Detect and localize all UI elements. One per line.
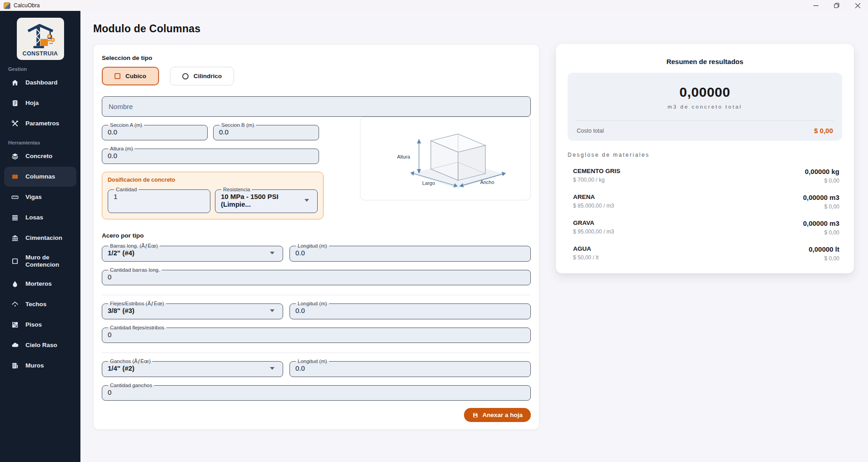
chevron-down-icon xyxy=(270,309,274,312)
sidebar-item-cielo-raso[interactable]: Cielo Raso xyxy=(4,335,76,355)
total-concrete-caption: m3 de concreto total xyxy=(576,104,834,109)
minimize-button[interactable] xyxy=(805,0,826,11)
square-outline-icon xyxy=(10,257,20,266)
app-icon xyxy=(4,2,10,9)
grid-icon xyxy=(10,320,20,329)
journal-icon xyxy=(10,99,20,108)
divider xyxy=(102,353,531,353)
ganchos-cantidad-field[interactable]: Cantidad ganchos xyxy=(102,383,531,401)
sidebar-item-parametros[interactable]: Parametros xyxy=(4,114,76,134)
flejes-longitud-input[interactable] xyxy=(295,306,525,315)
ruler-icon xyxy=(10,193,20,202)
nav-section-herramientas: Herramientas xyxy=(8,140,80,145)
ganchos-cantidad-input[interactable] xyxy=(108,388,525,397)
chevron-down-icon xyxy=(270,367,274,370)
altura-field[interactable]: Altura (m) xyxy=(102,146,319,164)
barras-longitud-input[interactable] xyxy=(295,248,525,258)
seccion-a-field[interactable]: Seccion A (m) xyxy=(102,122,208,140)
sidebar-item-columnas[interactable]: Columnas xyxy=(4,167,76,187)
cantidad-field[interactable]: Cantidad xyxy=(108,187,210,213)
logo-text: CONSTRUIA xyxy=(23,50,58,57)
page-title: Modulo de Columnas xyxy=(93,23,857,35)
type-option-cilindrico[interactable]: Cilindrico xyxy=(170,67,234,85)
ganchos-longitud-field[interactable]: Longitud (m) xyxy=(289,358,531,377)
sidebar-item-morteros[interactable]: Morteros xyxy=(4,274,76,294)
barras-tipo-dropdown[interactable]: Barras long. (ÃƒËœ) 1/2" (#4) xyxy=(102,243,283,262)
seccion-a-input[interactable] xyxy=(108,128,202,137)
sidebar-item-muro-de-contencion[interactable]: Muro de Contencion xyxy=(4,248,76,273)
barras-cantidad-field[interactable]: Cantidad barras long. xyxy=(102,267,531,285)
seccion-b-input[interactable] xyxy=(219,128,313,137)
dosificacion-box: Dosificacion de concreto Cantidad Resist… xyxy=(102,172,324,219)
ganchos-tipo-dropdown[interactable]: Ganchos (ÃƒËœ) 1/4" (#2) xyxy=(102,358,283,377)
column-dimension-diagram: Altura Largo Ancho xyxy=(360,117,531,200)
title-bar: CalcuObra xyxy=(0,0,868,11)
flejes-cantidad-field[interactable]: Cantidad flejes/estribos xyxy=(102,325,531,343)
resistencia-dropdown[interactable]: Resistencia 10 MPa - 1500 PSI (Limpie... xyxy=(215,187,318,213)
window-title: CalcuObra xyxy=(14,2,40,9)
material-row-cemento: CEMENTO GRIS $ 700,00 / kg 0,00000 kg $ … xyxy=(568,168,842,184)
ganchos-longitud-input[interactable] xyxy=(295,364,525,373)
restore-button[interactable] xyxy=(826,0,847,11)
dosificacion-heading: Dosificacion de concreto xyxy=(108,177,318,183)
barras-longitud-field[interactable]: Longitud (m) xyxy=(289,243,531,262)
columns-icon xyxy=(10,172,20,181)
sidebar-item-muros[interactable]: Muros xyxy=(4,356,76,376)
sidebar-item-techos[interactable]: Techos xyxy=(4,294,76,314)
sidebar-item-cimentacion[interactable]: Cimentacion xyxy=(4,228,76,248)
type-option-cubico[interactable]: Cubico xyxy=(102,67,159,85)
building-icon xyxy=(10,361,20,370)
main-content: Modulo de Columnas Seleccion de tipo Cub… xyxy=(80,11,868,462)
sidebar-item-dashboard[interactable]: Dashboard xyxy=(4,73,76,93)
home-icon xyxy=(10,78,20,87)
desglose-heading: Desglose de materiales xyxy=(568,152,842,158)
seccion-b-field[interactable]: Seccion B (m) xyxy=(213,122,319,140)
cylinder-icon xyxy=(182,73,189,79)
acero-heading: Acero por tipo xyxy=(102,232,531,239)
diagram-label-largo: Largo xyxy=(422,180,435,186)
sidebar-item-concreto[interactable]: Concreto xyxy=(4,146,76,166)
total-concrete-value: 0,00000 xyxy=(576,84,834,100)
material-row-grava: GRAVA $ 95.000,00 / m3 0,00000 m3 $ 0,00 xyxy=(568,219,842,236)
barras-cantidad-input[interactable] xyxy=(108,273,525,282)
chevron-down-icon xyxy=(270,252,274,254)
divider xyxy=(102,295,531,295)
diagram-label-altura: Altura xyxy=(397,154,411,159)
altura-input[interactable] xyxy=(108,151,313,160)
cube-icon xyxy=(115,73,120,79)
crane-logo-icon xyxy=(23,21,58,50)
cantidad-input[interactable] xyxy=(114,192,205,201)
nombre-input[interactable] xyxy=(102,96,531,117)
sidebar-item-hoja[interactable]: Hoja xyxy=(4,93,76,113)
material-row-arena: ARENA $ 85.000,00 / m3 0,00000 m3 $ 0,00 xyxy=(568,194,842,210)
flejes-longitud-field[interactable]: Longitud (m) xyxy=(289,301,531,319)
nav-section-gestion: Gestion xyxy=(8,66,80,72)
save-icon xyxy=(472,412,479,418)
sidebar: CONSTRUIA Gestion Dashboard Hoja xyxy=(0,11,80,462)
material-row-agua: AGUA $ 50,00 / lt 0,00000 lt $ 0,00 xyxy=(568,245,842,262)
sidebar-item-losas[interactable]: Losas xyxy=(4,208,76,228)
results-title: Resumen de resultados xyxy=(568,58,842,65)
cloud-icon xyxy=(10,341,20,350)
anexar-a-hoja-button[interactable]: Anexar a hoja xyxy=(464,408,531,422)
close-button[interactable] xyxy=(847,0,868,11)
results-summary-box: 0,00000 m3 de concreto total Costo total… xyxy=(568,73,842,141)
chevron-down-icon xyxy=(304,199,309,202)
flejes-tipo-dropdown[interactable]: Flejes/Estribos (ÃƒËœ) 3/8" (#3) xyxy=(102,301,283,319)
layers-icon xyxy=(10,152,20,161)
type-selection-heading: Seleccion de tipo xyxy=(102,55,531,61)
results-card: Resumen de resultados 0,00000 m3 de conc… xyxy=(556,44,854,273)
sidebar-item-pisos[interactable]: Pisos xyxy=(4,315,76,335)
roof-icon xyxy=(10,300,20,309)
sidebar-item-vigas[interactable]: Vigas xyxy=(4,187,76,207)
flejes-cantidad-input[interactable] xyxy=(108,330,525,339)
diagram-label-ancho: Ancho xyxy=(480,179,494,185)
stacked-lines-icon xyxy=(10,213,20,222)
column-form-card: Seleccion de tipo Cubico Cilindrico xyxy=(93,44,539,430)
app-logo: CONSTRUIA xyxy=(17,18,64,60)
costo-total-value: $ 0,00 xyxy=(814,127,833,134)
bank-icon xyxy=(10,233,20,243)
cube-diagram-icon: Altura Largo Ancho xyxy=(368,120,523,197)
costo-total-label: Costo total xyxy=(577,128,604,134)
tools-icon xyxy=(10,119,20,128)
